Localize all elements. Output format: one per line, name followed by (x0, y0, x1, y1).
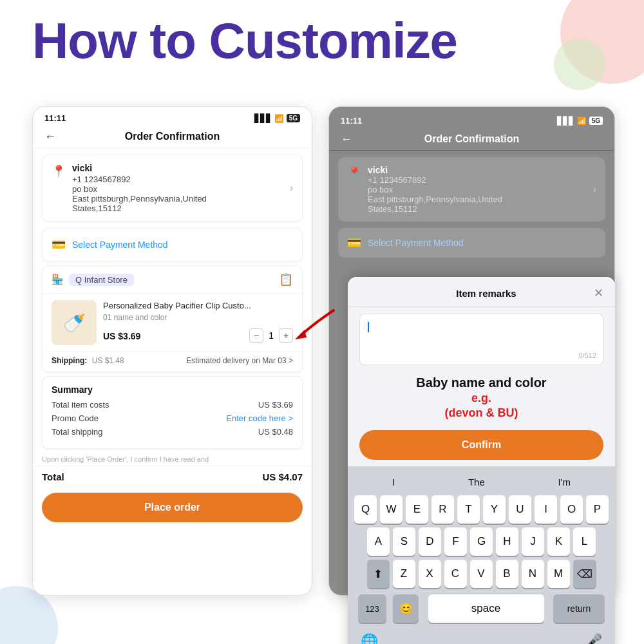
right-signal-icon: ▋▋▋ (557, 117, 574, 126)
item-costs-label: Total item costs (52, 400, 109, 410)
shipping-total-label: Total shipping (52, 427, 103, 437)
summary-section: Summary Total item costs US $3.69 Promo … (42, 376, 303, 449)
signal-icon: ▋▋▋ (254, 114, 272, 123)
right-address-phone: +1 1234567892 (368, 175, 593, 185)
location-icon: 📍 (52, 164, 66, 178)
promo-value[interactable]: Enter code here > (226, 413, 293, 423)
key-shift[interactable]: ⬆ (367, 560, 390, 588)
decrease-qty-button[interactable]: − (249, 328, 263, 343)
key-s[interactable]: S (393, 527, 415, 556)
key-l[interactable]: L (573, 527, 596, 556)
item-costs-row: Total item costs US $3.69 (52, 400, 293, 410)
address-name: vicki (72, 163, 290, 173)
keyboard-globe-row: 🌐 🎤 (350, 630, 612, 644)
promo-code-row[interactable]: Promo Code Enter code here > (52, 413, 293, 423)
right-wifi-icon: 📶 (577, 117, 587, 126)
note-icon[interactable]: 📋 (279, 272, 293, 287)
key-n[interactable]: N (522, 560, 544, 588)
key-p[interactable]: P (586, 495, 609, 524)
store-name[interactable]: Q Infant Store (69, 274, 134, 286)
key-space[interactable]: space (428, 594, 544, 623)
back-arrow-icon[interactable]: ← (44, 130, 56, 144)
microphone-icon[interactable]: 🎤 (585, 633, 602, 644)
character-counter: 0/512 (578, 352, 596, 359)
key-d[interactable]: D (419, 527, 441, 556)
key-g[interactable]: G (470, 527, 493, 556)
key-t[interactable]: T (457, 495, 480, 524)
keyboard-bottom-row: 123 😊 space return (350, 592, 612, 630)
delivery-estimate: Estimated delivery on Mar 03 > (186, 356, 293, 365)
right-address-chevron-icon: › (593, 184, 596, 195)
keyboard: I The I'm Q W E R T Y U I O P A S D F G … (348, 466, 615, 644)
annotation-eg: e.g. (359, 392, 603, 405)
suggestion-i[interactable]: I (386, 474, 401, 490)
note-input-box[interactable]: 0/512 (359, 314, 603, 365)
right-address-card: 📍 vicki +1 1234567892 po box East pittsb… (338, 157, 605, 222)
right-payment-icon: 💳 (347, 236, 361, 250)
key-h[interactable]: H (496, 527, 518, 556)
key-x[interactable]: X (419, 560, 441, 588)
address-details: vicki +1 1234567892 po box East pittsbur… (72, 163, 290, 213)
right-location-icon: 📍 (347, 166, 361, 180)
left-status-icons: ▋▋▋ 📶 5G (254, 114, 300, 123)
key-j[interactable]: J (522, 527, 544, 556)
key-m[interactable]: M (547, 560, 570, 588)
key-return[interactable]: return (553, 594, 605, 623)
key-q[interactable]: Q (354, 495, 377, 524)
key-r[interactable]: R (431, 495, 454, 524)
popup-title: Item remarks (456, 288, 516, 299)
popup-close-button[interactable]: ✕ (594, 286, 603, 300)
key-i[interactable]: I (535, 495, 557, 524)
total-row: Total US $4.07 (33, 466, 312, 488)
address-chevron-icon: › (290, 182, 293, 194)
key-emoji[interactable]: 😊 (393, 594, 419, 623)
globe-icon[interactable]: 🌐 (361, 633, 378, 644)
key-b[interactable]: B (496, 560, 518, 588)
decorative-circle-green (554, 39, 605, 90)
right-back-arrow-icon[interactable]: ← (341, 133, 352, 146)
key-w[interactable]: W (380, 495, 402, 524)
key-c[interactable]: C (444, 560, 467, 588)
key-y[interactable]: Y (483, 495, 506, 524)
key-e[interactable]: E (406, 495, 428, 524)
right-time: 11:11 (341, 116, 362, 126)
product-name: Personalized Baby Pacifier Clip Custo... (103, 300, 293, 312)
address-line3: States,15112 (72, 204, 290, 213)
product-variant: 01 name and color (103, 313, 293, 322)
right-address-line2: East pittsburgh,Pennsylvania,United (368, 194, 593, 204)
key-delete[interactable]: ⌫ (573, 560, 596, 588)
total-value: US $4.07 (262, 471, 303, 482)
place-order-button[interactable]: Place order (42, 493, 303, 522)
key-k[interactable]: K (547, 527, 570, 556)
suggestion-the[interactable]: The (462, 474, 491, 490)
key-z[interactable]: Z (393, 560, 415, 588)
confirm-button[interactable]: Confirm (359, 430, 603, 460)
key-f[interactable]: F (444, 527, 467, 556)
right-payment-label: Select Payment Method (368, 238, 464, 248)
note-area: 0/512 (348, 307, 615, 372)
right-address-line3: States,15112 (368, 204, 593, 214)
suggestion-im[interactable]: I'm (552, 474, 578, 490)
right-payment-card: 💳 Select Payment Method (338, 228, 605, 258)
address-line1: po box (72, 184, 290, 194)
payment-method-card[interactable]: 💳 Select Payment Method (42, 228, 303, 261)
key-a[interactable]: A (367, 527, 390, 556)
key-u[interactable]: U (509, 495, 531, 524)
promo-label: Promo Code (52, 413, 99, 423)
product-image: 🍼 (52, 300, 97, 345)
right-address-name: vicki (368, 165, 593, 175)
key-numbers[interactable]: 123 (358, 594, 386, 623)
key-o[interactable]: O (560, 495, 583, 524)
keyboard-bottom-left: 123 😊 (358, 594, 419, 623)
key-v[interactable]: V (470, 560, 493, 588)
right-address-line1: po box (368, 185, 593, 194)
store-icon: 🏪 (52, 274, 64, 285)
address-card[interactable]: 📍 vicki +1 1234567892 po box East pittsb… (42, 155, 303, 222)
item-costs-value: US $3.69 (258, 400, 293, 410)
baby-name-annotation: Baby name and color e.g. (devon & BU) (348, 372, 615, 426)
keyboard-row-1: Q W E R T Y U I O P (350, 495, 612, 524)
popup-header: Item remarks ✕ (348, 277, 615, 307)
payment-method-label: Select Payment Method (72, 240, 168, 250)
left-page-title: Order Confirmation (125, 131, 220, 142)
total-label: Total (42, 471, 64, 482)
